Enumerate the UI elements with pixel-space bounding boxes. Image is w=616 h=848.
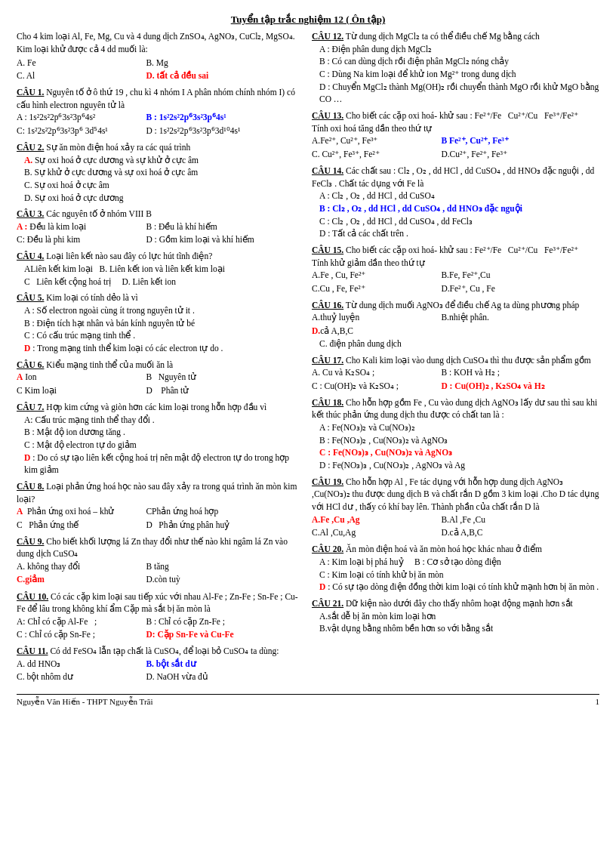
cau1: CÂU 1. Nguyên tố ở ô thứ 19 , chu kì 4 n… <box>17 86 304 137</box>
cau21: CÂU 21. Dữ kiện nào dưới đây cho thấy nh… <box>312 597 599 635</box>
right-column: CÂU 12. Từ dung dịch MgCl₂ ta có thể điề… <box>312 30 599 688</box>
cau17: CÂU 17. Cho Kali kim loại vào dung dịch … <box>312 354 599 393</box>
cau5: CÂU 5. Kim loại có tính dẻo là vì A : Số… <box>17 291 304 354</box>
cau9: CÂU 9. Cho biết khối lượng lá Zn thay đổ… <box>17 535 304 587</box>
cau2: CÂU 2. Sự ăn mòn điện hoá xảy ra các quá… <box>17 141 304 204</box>
cau13: CÂU 13. Cho biết các cặp oxi hoá- khử sa… <box>312 109 599 161</box>
cau18: CÂU 18. Cho hỗn hợp gồm Fe , Cu vào dung… <box>312 396 599 472</box>
cau19: CÂU 19. Cho hỗn hợp Al , Fe tác dụng với… <box>312 476 599 540</box>
page-title: Tuyển tập trắc nghiệm 12 ( Ôn tập) <box>17 14 599 26</box>
footer-left: Nguyễn Văn Hiến - THPT Nguyễn Trãi <box>17 697 153 707</box>
cau20: CÂU 20. Ăn mòn điện hoá và ăn mòn hoá họ… <box>312 543 599 594</box>
cau12: CÂU 12. Từ dung dịch MgCl₂ ta có thể điề… <box>312 30 599 106</box>
cau4: CÂU 4. Loại liên kết nào sau đây có lực … <box>17 250 304 288</box>
cau8: CÂU 8. Loại phản ứng hoá học nào sau đây… <box>17 480 304 532</box>
cau14: CÂU 14. Các chất sau : Cl₂ , O₂ , dd HCl… <box>312 165 599 240</box>
cau6: CÂU 6. Kiểu mạng tinh thể của muối ăn là… <box>17 359 304 397</box>
page-footer: Nguyễn Văn Hiến - THPT Nguyễn Trãi 1 <box>17 694 599 707</box>
cau3: CÂU 3. Các nguyên tố ở nhóm VIII B A : Đ… <box>17 208 304 246</box>
left-column: Cho 4 kim loại Al, Fe, Mg, Cu và 4 dung … <box>17 30 304 688</box>
cau16: CÂU 16. Từ dung dịch muối AgNO₃ để điều … <box>312 299 599 350</box>
footer-right: 1 <box>596 697 600 707</box>
cau15: CÂU 15. Cho biết các cặp oxi hoá- khử sa… <box>312 244 599 295</box>
cau7: CÂU 7. Hợp kim cứng và giòn hơn các kim … <box>17 401 304 476</box>
intro-question: Cho 4 kim loại Al, Fe, Mg, Cu và 4 dung … <box>17 30 304 82</box>
cau10: CÂU 10. Có các cặp kim loại sau tiếp xúc… <box>17 591 304 642</box>
cau11: CÂU 11. Có dd FeSO₄ lẫn tạp chất là CuSO… <box>17 645 304 683</box>
